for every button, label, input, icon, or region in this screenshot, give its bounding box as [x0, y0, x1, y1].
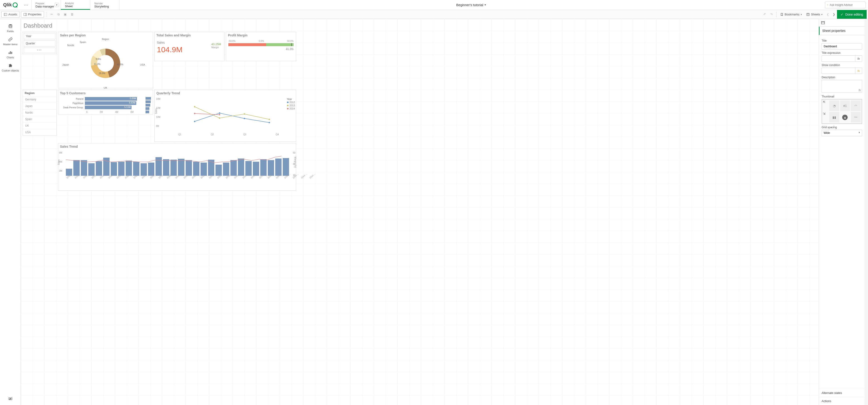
chart-title: Sales Trend [58, 143, 296, 150]
filter-year[interactable]: Year [24, 33, 56, 39]
kpi-total-sales-margin[interactable]: Total Sales and Margin Sales 104.9M 43.2… [154, 32, 224, 61]
sheets-label: Sheets [811, 13, 820, 16]
rail-master-items[interactable]: Master items [0, 35, 21, 48]
svg-point-14 [194, 121, 195, 122]
rail-charts[interactable]: Charts [0, 48, 21, 61]
search-input[interactable] [830, 3, 864, 6]
filter-more[interactable]: ••• [24, 47, 56, 53]
list-item[interactable]: Nordic [23, 109, 56, 116]
main: Fields Master items Charts Custom object… [0, 19, 868, 405]
properties-scrollbar[interactable] [865, 19, 868, 405]
link-icon [8, 37, 13, 42]
bar: 5.63M [85, 101, 136, 105]
app-title[interactable]: Beginner's tutorial ▾ [120, 3, 823, 7]
rail-label: Custom objects [2, 69, 19, 72]
rail-variables[interactable]: x= [0, 394, 21, 403]
filter-quarter[interactable]: Quarter [24, 40, 56, 46]
nav-tab-small: Analyze [65, 2, 86, 4]
check-icon: ✓ [841, 13, 843, 16]
chart-title: Top 5 Customers [58, 90, 153, 96]
chart-sales-trend[interactable]: Sales Trend 6M 4M 2M Sales 50 40 30 Marg… [58, 143, 296, 191]
title-expression-input[interactable] [822, 56, 855, 62]
x-tick: Q2 [211, 133, 214, 136]
divider [46, 12, 47, 17]
list-item[interactable]: Germany [23, 96, 56, 103]
y-tick: 14M [156, 98, 160, 100]
paste-icon[interactable]: ▣ [63, 12, 68, 17]
filter-year-quarter[interactable]: Year Quarter ••• [23, 32, 57, 54]
rail-fields[interactable]: Fields [0, 22, 21, 35]
pct-uk: 26.9% [99, 72, 105, 75]
filter-region[interactable]: Region Germany Japan Nordic Spain UK USA [23, 90, 57, 136]
list-item[interactable]: Japan [23, 103, 56, 109]
alternate-states-accordion[interactable]: Alternate states [819, 389, 865, 397]
image-thumb-icon[interactable]: ▲ [840, 112, 850, 123]
y-tick: 2M [59, 170, 62, 172]
kpi-title: Total Sales and Margin [155, 32, 224, 38]
logo-q-icon [13, 2, 18, 7]
assets-button[interactable]: Assets [1, 11, 20, 18]
chart-quarterly-trend[interactable]: Quarterly Trend 14M 12M 10M 8M Sales Yea… [154, 90, 296, 142]
nav-tab-prepare[interactable]: Prepare Data manager ▾ [31, 0, 61, 10]
axis-tick: 4M [115, 111, 118, 113]
kpi-sub-label: Margin [211, 46, 221, 48]
list-item[interactable]: Spain [23, 116, 56, 122]
show-condition-input[interactable] [822, 68, 855, 74]
title-input[interactable] [822, 43, 862, 49]
title-expression-label: Title expression [822, 51, 862, 55]
list-item[interactable]: UK [23, 122, 56, 129]
thumb-reset-icon[interactable]: ⇲ [823, 112, 828, 123]
rail-custom-objects[interactable]: Custom objects [0, 61, 21, 74]
trend-bar [155, 157, 162, 176]
properties-button[interactable]: Properties [21, 11, 44, 18]
pct-usa: 45.5% [117, 63, 123, 66]
done-editing-button[interactable]: ✓ Done editing [837, 10, 867, 19]
trend-xaxis: 2012-…2012-…2012-…2012-…2012-…2012-…2012… [66, 177, 289, 179]
fx-icon[interactable]: fx [859, 89, 861, 92]
insight-search[interactable] [825, 2, 866, 8]
legend-title: Region [102, 38, 109, 40]
y-label-right: Margin (%) [294, 157, 297, 168]
database-icon [8, 24, 13, 29]
title-label: Title [822, 39, 862, 42]
gauge-max: 50.0% [287, 40, 293, 42]
chevron-down-icon[interactable]: ▾ [55, 3, 59, 7]
bar-value: 5.63M [129, 102, 135, 104]
redo-icon[interactable]: ↷ [769, 12, 774, 17]
fx-button[interactable]: fx [855, 68, 862, 74]
grid-spacing-label: Grid spacing [822, 126, 862, 129]
grid-spacing-select[interactable]: Wide [822, 130, 862, 136]
fx-button[interactable]: fx [855, 56, 862, 62]
gauge-scale: -50.0% 0.0% 50.0% [226, 38, 296, 43]
slice-label-uk: UK [104, 87, 107, 89]
nav-tab-analyze[interactable]: Analyze Sheet [61, 0, 90, 10]
next-sheet-button[interactable]: ❯ [831, 11, 837, 18]
chart-sales-per-region[interactable]: Sales per Region Region USA UK Japan Nor… [58, 32, 153, 89]
actions-accordion[interactable]: Actions [819, 397, 865, 405]
pct-nordic: 9.9% [96, 58, 101, 60]
gauge-profit-margin[interactable]: Profit Margin -50.0% 0.0% 50.0% 41.3% [226, 32, 296, 61]
description-textarea[interactable] [822, 80, 862, 93]
delete-icon[interactable]: 🗑 [69, 12, 74, 17]
global-menu-button[interactable]: ⋯ [21, 2, 31, 7]
nav-tab-narrate[interactable]: Narrate Storytelling [90, 0, 120, 10]
cut-icon[interactable]: ✂ [49, 12, 54, 17]
legend: Year 2012 2013 2014 [287, 97, 295, 110]
undo-icon[interactable]: ↶ [762, 12, 767, 17]
pie-thumb-icon: ◔ [829, 100, 839, 111]
sheets-button[interactable]: Sheets ▾ [804, 11, 825, 18]
bar-thumb-icon: ▮▮ [829, 112, 839, 123]
chart-top5-customers[interactable]: Top 5 Customers Paracel5.69M PageWave5.6… [58, 90, 153, 114]
copy-icon[interactable]: ⧉ [56, 12, 61, 17]
y-tick: 6M [59, 151, 62, 154]
slice-label-nordic: Nordic [67, 44, 74, 46]
line-svg [164, 98, 293, 132]
assets-label: Assets [8, 13, 17, 16]
prev-sheet-button[interactable]: ❮ [825, 11, 831, 18]
list-item[interactable]: USA [23, 129, 56, 135]
bookmarks-button[interactable]: Bookmarks ▾ [778, 11, 804, 18]
thumb-export-icon[interactable]: ⇱ [823, 100, 828, 111]
thumbnail-preview[interactable]: ⇱ ◔ #1 ◠ ⇲ ▮▮ ▲ 〰 [822, 99, 862, 124]
x-tick: Q4 [276, 133, 279, 136]
canvas[interactable]: Dashboard Year Quarter ••• Sales per Reg… [21, 19, 819, 405]
